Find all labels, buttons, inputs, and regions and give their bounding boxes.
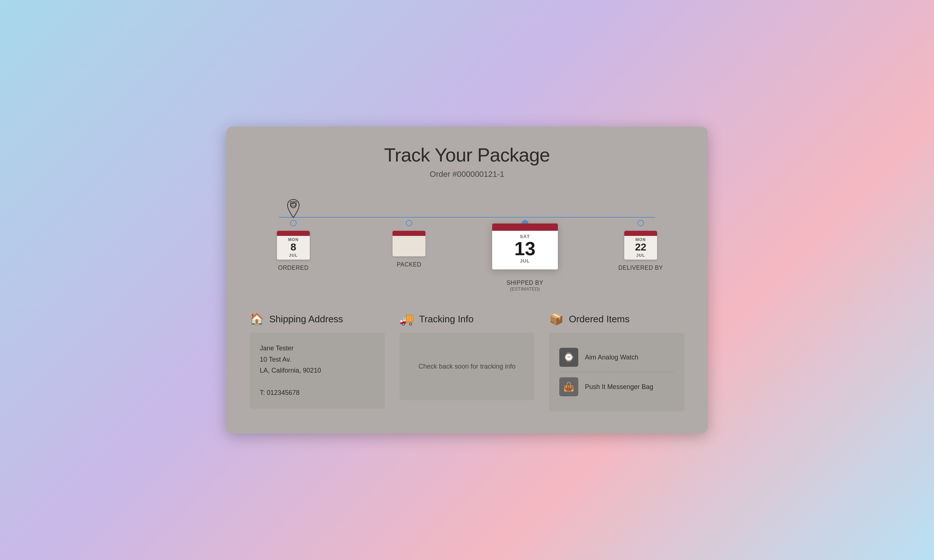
order-number: Order #000000121-1: [250, 169, 684, 179]
shipping-phone: T: 012345678: [260, 387, 375, 398]
delivered-cal-body: MON 22 JUL: [624, 236, 657, 260]
shipped-label-sub: (ESTIMATED): [510, 286, 540, 292]
tracking-placeholder: Check back soon for tracking info: [410, 343, 525, 390]
delivered-label: DELIVERED BY: [618, 265, 663, 271]
shipped-day-num: 13: [495, 239, 555, 258]
main-card: Track Your Package Order #000000121-1: [226, 126, 708, 434]
shipped-cal-body: SAT 13 JUL: [492, 231, 558, 264]
delivered-month: JUL: [626, 253, 656, 257]
ordered-calendar: MON 8 JUL: [277, 231, 310, 260]
packed-calendar: [393, 231, 425, 256]
shipping-header: 🏠 Shipping Address: [250, 312, 385, 326]
tracking-header: 🚚 Tracking Info: [399, 312, 535, 326]
step-shipped: SAT 13 JUL SHIPPED BY (ESTIMATED): [489, 197, 561, 292]
ordered-cal-body: MON 8 JUL: [277, 236, 310, 260]
timeline-section: MON 8 JUL ORDERED PACKED: [250, 197, 684, 292]
list-item: 👜 Push It Messenger Bag: [559, 372, 674, 402]
bottom-sections: 🏠 Shipping Address Jane Tester 10 Test A…: [250, 312, 684, 412]
item-name-bag: Push It Messenger Bag: [585, 383, 653, 391]
ordered-label: ORDERED: [278, 265, 309, 271]
shipping-address1: 10 Test Av.: [260, 354, 375, 365]
items-title: Ordered Items: [569, 314, 629, 325]
shipping-section: 🏠 Shipping Address Jane Tester 10 Test A…: [250, 312, 385, 412]
step-packed: PACKED: [373, 197, 445, 268]
shipped-label: SHIPPED BY: [506, 280, 543, 286]
items-card: ⌚ Aim Analog Watch 👜 Push It Messenger B…: [549, 332, 684, 412]
delivered-calendar: MON 22 JUL: [624, 231, 657, 260]
items-header: 📦 Ordered Items: [549, 312, 684, 326]
delivered-dot: [637, 220, 644, 226]
delivered-day-num: 22: [626, 242, 656, 253]
shipped-month: JUL: [495, 258, 555, 264]
step-delivered: MON 22 JUL DELIVERED BY: [604, 197, 677, 271]
item-thumb-watch: ⌚: [559, 348, 578, 367]
ordered-dot: [290, 220, 297, 226]
shipping-address2: LA, California, 90210: [260, 365, 375, 376]
page-title: Track Your Package: [250, 144, 684, 166]
shipping-icon: 🏠: [250, 312, 264, 326]
items-section: 📦 Ordered Items ⌚ Aim Analog Watch 👜 Pus…: [549, 312, 684, 412]
tracking-icon: 🚚: [399, 312, 414, 326]
items-icon: 📦: [549, 312, 564, 326]
tracking-title: Tracking Info: [419, 314, 473, 325]
tracking-placeholder-text: Check back soon for tracking info: [418, 363, 516, 371]
tracking-card: Check back soon for tracking info: [399, 332, 535, 400]
ordered-icon-area: [285, 197, 301, 218]
timeline-steps: MON 8 JUL ORDERED PACKED: [257, 197, 677, 292]
shipping-name: Jane Tester: [260, 343, 375, 354]
ordered-cal-header: [277, 231, 310, 236]
shipped-calendar-popup: SAT 13 JUL: [492, 223, 558, 269]
list-item: ⌚ Aim Analog Watch: [559, 343, 674, 372]
shipping-address: Jane Tester 10 Test Av. LA, California, …: [260, 343, 375, 398]
item-thumb-bag: 👜: [559, 377, 578, 396]
ordered-month: JUL: [278, 253, 308, 257]
packed-label: PACKED: [397, 262, 422, 268]
delivered-cal-header: [624, 231, 657, 236]
location-pin-icon: [285, 199, 301, 218]
shipping-card: Jane Tester 10 Test Av. LA, California, …: [250, 332, 385, 409]
ordered-day-num: 8: [278, 242, 308, 253]
shipping-title: Shipping Address: [269, 314, 343, 325]
tracking-section: 🚚 Tracking Info Check back soon for trac…: [399, 312, 535, 412]
item-name-watch: Aim Analog Watch: [585, 354, 638, 361]
step-ordered: MON 8 JUL ORDERED: [257, 197, 330, 271]
shipped-cal-header: [492, 223, 558, 231]
packed-dot: [406, 220, 412, 226]
packed-card-header: [393, 231, 425, 236]
